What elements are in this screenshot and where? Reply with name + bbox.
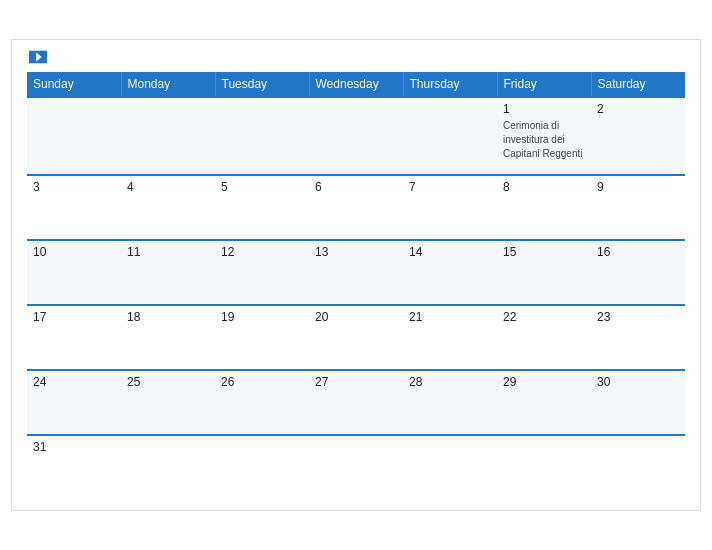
calendar-cell <box>403 97 497 175</box>
calendar-cell: 8 <box>497 175 591 240</box>
day-number: 13 <box>315 245 397 259</box>
calendar-thead: SundayMondayTuesdayWednesdayThursdayFrid… <box>27 72 685 97</box>
day-number: 2 <box>597 102 679 116</box>
day-number: 20 <box>315 310 397 324</box>
calendar-cell: 1Cerimonia di investitura dei Capitani R… <box>497 97 591 175</box>
calendar-cell <box>27 97 121 175</box>
calendar-cell <box>215 435 309 500</box>
calendar-cell: 16 <box>591 240 685 305</box>
calendar-cell: 10 <box>27 240 121 305</box>
weekday-header-monday: Monday <box>121 72 215 97</box>
day-number: 9 <box>597 180 679 194</box>
calendar-tbody: 1Cerimonia di investitura dei Capitani R… <box>27 97 685 500</box>
day-number: 24 <box>33 375 115 389</box>
event-text: Cerimonia di investitura dei Capitani Re… <box>503 120 583 159</box>
calendar-cell: 12 <box>215 240 309 305</box>
week-row-2: 10111213141516 <box>27 240 685 305</box>
calendar-cell: 17 <box>27 305 121 370</box>
calendar-cell <box>591 435 685 500</box>
day-number: 30 <box>597 375 679 389</box>
day-number: 28 <box>409 375 491 389</box>
day-number: 4 <box>127 180 209 194</box>
day-number: 15 <box>503 245 585 259</box>
day-number: 6 <box>315 180 397 194</box>
week-row-0: 1Cerimonia di investitura dei Capitani R… <box>27 97 685 175</box>
day-number: 8 <box>503 180 585 194</box>
day-number: 14 <box>409 245 491 259</box>
day-number: 18 <box>127 310 209 324</box>
calendar-cell: 13 <box>309 240 403 305</box>
calendar-cell: 30 <box>591 370 685 435</box>
weekday-header-thursday: Thursday <box>403 72 497 97</box>
calendar-cell: 9 <box>591 175 685 240</box>
calendar-cell <box>309 435 403 500</box>
calendar-cell <box>403 435 497 500</box>
day-number: 26 <box>221 375 303 389</box>
calendar-cell: 18 <box>121 305 215 370</box>
calendar-cell: 4 <box>121 175 215 240</box>
day-number: 23 <box>597 310 679 324</box>
calendar-cell: 14 <box>403 240 497 305</box>
calendar-cell: 26 <box>215 370 309 435</box>
calendar-container: SundayMondayTuesdayWednesdayThursdayFrid… <box>11 39 701 511</box>
calendar-cell: 23 <box>591 305 685 370</box>
day-number: 31 <box>33 440 115 454</box>
calendar-cell: 5 <box>215 175 309 240</box>
calendar-cell: 7 <box>403 175 497 240</box>
calendar-cell: 28 <box>403 370 497 435</box>
day-number: 7 <box>409 180 491 194</box>
day-number: 29 <box>503 375 585 389</box>
calendar-cell: 6 <box>309 175 403 240</box>
day-number: 1 <box>503 102 585 116</box>
day-number: 17 <box>33 310 115 324</box>
calendar-cell: 2 <box>591 97 685 175</box>
calendar-cell <box>497 435 591 500</box>
weekday-header-sunday: Sunday <box>27 72 121 97</box>
day-number: 27 <box>315 375 397 389</box>
calendar-cell: 29 <box>497 370 591 435</box>
day-number: 3 <box>33 180 115 194</box>
calendar-cell: 25 <box>121 370 215 435</box>
calendar-cell <box>121 435 215 500</box>
week-row-4: 24252627282930 <box>27 370 685 435</box>
calendar-header <box>27 50 685 64</box>
calendar-cell: 31 <box>27 435 121 500</box>
calendar-cell: 21 <box>403 305 497 370</box>
logo-flag-icon <box>29 50 47 64</box>
day-number: 21 <box>409 310 491 324</box>
weekday-header-friday: Friday <box>497 72 591 97</box>
calendar-cell: 15 <box>497 240 591 305</box>
day-number: 11 <box>127 245 209 259</box>
calendar-grid: SundayMondayTuesdayWednesdayThursdayFrid… <box>27 72 685 500</box>
week-row-3: 17181920212223 <box>27 305 685 370</box>
calendar-cell: 20 <box>309 305 403 370</box>
day-number: 5 <box>221 180 303 194</box>
weekday-header-tuesday: Tuesday <box>215 72 309 97</box>
weekday-header-saturday: Saturday <box>591 72 685 97</box>
calendar-cell: 19 <box>215 305 309 370</box>
calendar-cell <box>215 97 309 175</box>
day-number: 10 <box>33 245 115 259</box>
day-number: 16 <box>597 245 679 259</box>
day-number: 19 <box>221 310 303 324</box>
weekday-header-wednesday: Wednesday <box>309 72 403 97</box>
calendar-cell: 27 <box>309 370 403 435</box>
calendar-cell: 11 <box>121 240 215 305</box>
logo <box>27 50 47 64</box>
weekday-header-row: SundayMondayTuesdayWednesdayThursdayFrid… <box>27 72 685 97</box>
calendar-cell <box>309 97 403 175</box>
week-row-5: 31 <box>27 435 685 500</box>
calendar-cell: 24 <box>27 370 121 435</box>
calendar-cell: 3 <box>27 175 121 240</box>
week-row-1: 3456789 <box>27 175 685 240</box>
calendar-cell <box>121 97 215 175</box>
day-number: 25 <box>127 375 209 389</box>
calendar-cell: 22 <box>497 305 591 370</box>
day-number: 22 <box>503 310 585 324</box>
day-number: 12 <box>221 245 303 259</box>
